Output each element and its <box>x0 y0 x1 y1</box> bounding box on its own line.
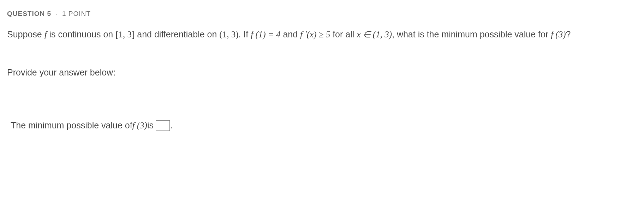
answer-prompt: Provide your answer below: <box>7 53 637 92</box>
math-x-in: x ∈ (1, 3) <box>357 30 392 39</box>
math-f: f <box>44 30 47 39</box>
body-text: and differentiable on <box>135 29 219 39</box>
body-text: , what is the minimum possible value for <box>392 29 551 39</box>
question-body: Suppose f is continuous on [1, 3] and di… <box>7 28 637 42</box>
answer-input[interactable] <box>156 120 170 131</box>
answer-prefix: The minimum possible value of <box>11 120 132 131</box>
math-f-of-3: f (3) <box>551 30 566 39</box>
question-container: QUESTION 5 · 1 POINT Suppose f is contin… <box>0 0 644 145</box>
body-text: for all <box>330 29 357 39</box>
math-interval-open: (1, 3) <box>219 30 238 39</box>
math-f-of-3-answer: f (3) <box>132 121 147 131</box>
question-points: 1 POINT <box>62 10 91 17</box>
math-fprime: f ′(x) ≥ 5 <box>300 30 330 39</box>
body-text: . If <box>239 29 251 39</box>
answer-is-text: is <box>147 120 154 131</box>
question-number: QUESTION 5 <box>7 10 51 17</box>
body-text: and <box>280 29 300 39</box>
math-interval-closed: [1, 3] <box>115 30 135 39</box>
answer-period: . <box>171 120 173 131</box>
question-header: QUESTION 5 · 1 POINT <box>7 10 637 18</box>
body-text: Suppose <box>7 29 44 39</box>
answer-line: The minimum possible value of f (3) is . <box>7 92 637 131</box>
body-text: is continuous on <box>47 29 116 39</box>
math-f-of-1: f (1) = 4 <box>251 30 280 39</box>
header-separator: · <box>55 10 58 17</box>
body-text: ? <box>566 29 571 39</box>
